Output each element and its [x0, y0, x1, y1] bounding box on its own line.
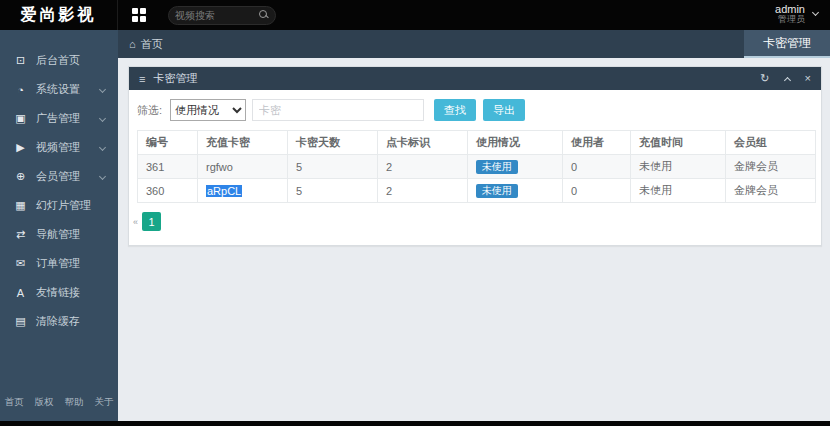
breadcrumb-bar: ⌂ 首页 卡密管理 — [118, 30, 830, 58]
calendar-icon: ▤ — [13, 315, 28, 328]
pagination: « 1 — [129, 203, 821, 245]
apps-grid-icon[interactable] — [132, 8, 146, 22]
sidebar-item-clear-cache[interactable]: ▤ 清除缓存 — [0, 307, 118, 336]
image-icon: ▣ — [13, 112, 28, 125]
status-filter-select[interactable]: 使用情况 — [170, 99, 246, 121]
card-key-table: 编号 充值卡密 卡密天数 点卡标识 使用情况 使用者 充值时间 会员组 361 … — [137, 130, 816, 203]
sidebar-item-slides-management[interactable]: ▦ 幻灯片管理 — [0, 191, 118, 220]
col-flag: 点卡标识 — [378, 131, 468, 155]
sidebar-item-member-management[interactable]: ⊕ 会员管理 — [0, 162, 118, 191]
col-status: 使用情况 — [468, 131, 563, 155]
status-badge: 未使用 — [476, 160, 518, 174]
bottom-strip — [0, 421, 830, 426]
users-icon: ⊕ — [13, 170, 28, 183]
cell-id: 360 — [138, 179, 198, 203]
cell-key: rgfwo — [198, 155, 288, 179]
video-search-input[interactable] — [175, 10, 259, 21]
user-role: 管理员 — [775, 15, 805, 25]
col-user: 使用者 — [563, 131, 631, 155]
refresh-icon[interactable]: ↻ — [760, 73, 769, 84]
envelope-icon: ✉ — [13, 257, 28, 270]
chevron-down-icon — [99, 144, 106, 151]
tab-card-key-management[interactable]: 卡密管理 — [744, 30, 830, 58]
filter-label: 筛选: — [137, 103, 162, 118]
col-id: 编号 — [138, 131, 198, 155]
breadcrumb-home[interactable]: 首页 — [141, 37, 163, 52]
cell-user: 0 — [563, 155, 631, 179]
chevron-down-icon — [99, 115, 106, 122]
sidebar-item-friend-links[interactable]: A 友情链接 — [0, 278, 118, 307]
col-group: 会员组 — [726, 131, 816, 155]
card-key-panel: ≡ 卡密管理 ↻ × 筛选: 使用情况 查找 导出 编号 — [128, 66, 822, 246]
table-header-row: 编号 充值卡密 卡密天数 点卡标识 使用情况 使用者 充值时间 会员组 — [138, 131, 816, 155]
cell-time: 未使用 — [631, 155, 726, 179]
slides-icon: ▦ — [13, 199, 28, 212]
col-days: 卡密天数 — [288, 131, 378, 155]
card-key-input[interactable] — [252, 99, 424, 121]
home-icon: ⌂ — [129, 38, 136, 50]
cell-flag: 2 — [378, 155, 468, 179]
cell-days: 5 — [288, 155, 378, 179]
cell-status: 未使用 — [468, 155, 563, 179]
footer-link-help[interactable]: 帮助 — [65, 396, 84, 409]
pagination-page-1[interactable]: 1 — [142, 212, 161, 231]
sidebar-item-order-management[interactable]: ✉ 订单管理 — [0, 249, 118, 278]
cell-flag: 2 — [378, 179, 468, 203]
footer-link-home[interactable]: 首页 — [5, 396, 24, 409]
export-button[interactable]: 导出 — [483, 99, 525, 121]
panel-header: ≡ 卡密管理 ↻ × — [129, 67, 821, 90]
status-badge: 未使用 — [476, 184, 518, 198]
table-row: 360 aRpCL 5 2 未使用 0 未使用 金牌会员 — [138, 179, 816, 203]
filter-row: 筛选: 使用情况 查找 导出 — [129, 90, 821, 129]
shuffle-icon: ⇄ — [13, 228, 28, 241]
video-icon: ▶ — [13, 141, 28, 154]
footer-link-about[interactable]: 关于 — [95, 396, 114, 409]
sidebar-item-system-settings[interactable]: ◔ 系统设置 — [0, 75, 118, 104]
cell-status: 未使用 — [468, 179, 563, 203]
sidebar-item-ad-management[interactable]: ▣ 广告管理 — [0, 104, 118, 133]
chevron-down-icon — [99, 86, 106, 93]
brand-logo: 爱尚影视 — [0, 0, 118, 30]
cell-group: 金牌会员 — [726, 179, 816, 203]
search-button[interactable]: 查找 — [434, 99, 476, 121]
sidebar-item-dashboard[interactable]: ⊡ 后台首页 — [0, 46, 118, 75]
close-icon[interactable]: × — [805, 73, 811, 84]
cell-days: 5 — [288, 179, 378, 203]
sidebar: ⊡ 后台首页 ◔ 系统设置 ▣ 广告管理 ▶ 视频管理 ⊕ 会员管理 ▦ 幻灯片… — [0, 30, 118, 421]
pagination-prev-icon[interactable]: « — [133, 217, 138, 227]
sidebar-item-nav-management[interactable]: ⇄ 导航管理 — [0, 220, 118, 249]
footer-link-copyright[interactable]: 版权 — [35, 396, 54, 409]
font-icon: A — [13, 287, 28, 299]
chevron-down-icon — [99, 173, 106, 180]
cell-user: 0 — [563, 179, 631, 203]
collapse-icon[interactable] — [784, 76, 791, 83]
cell-key: aRpCL — [198, 179, 288, 203]
table-row: 361 rgfwo 5 2 未使用 0 未使用 金牌会员 — [138, 155, 816, 179]
topbar: 爱尚影视 admin 管理员 — [0, 0, 830, 30]
cell-group: 金牌会员 — [726, 155, 816, 179]
pie-chart-icon: ◔ — [13, 84, 28, 96]
cell-id: 361 — [138, 155, 198, 179]
cell-time: 未使用 — [631, 179, 726, 203]
sidebar-item-video-management[interactable]: ▶ 视频管理 — [0, 133, 118, 162]
user-menu[interactable]: admin 管理员 — [775, 3, 818, 25]
sidebar-footer: 首页 版权 帮助 关于 — [0, 396, 118, 409]
col-key: 充值卡密 — [198, 131, 288, 155]
desktop-icon: ⊡ — [13, 54, 28, 67]
selected-text: aRpCL — [206, 185, 242, 197]
list-icon: ≡ — [139, 73, 145, 85]
main-content: ⌂ 首页 卡密管理 ≡ 卡密管理 ↻ × 筛选: 使用情况 查找 导出 — [118, 30, 830, 421]
video-search-box[interactable] — [168, 6, 276, 25]
col-time: 充值时间 — [631, 131, 726, 155]
chevron-down-icon — [812, 9, 819, 16]
panel-title: 卡密管理 — [153, 71, 197, 86]
search-icon[interactable] — [259, 10, 269, 20]
